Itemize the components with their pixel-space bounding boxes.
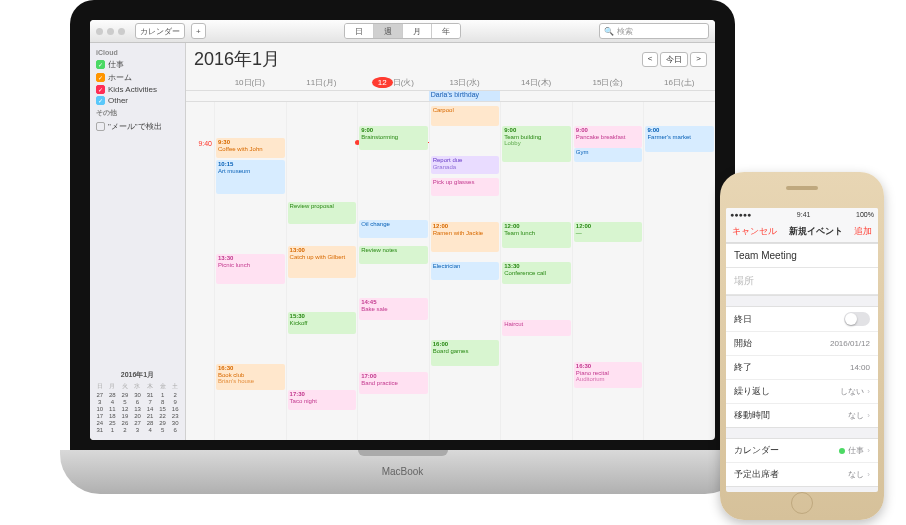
minical-day[interactable]: 31 <box>94 427 106 433</box>
day-column[interactable]: Review proposal13:00Catch up with Gilber… <box>286 102 358 440</box>
search-input[interactable]: 🔍 検索 <box>599 23 709 39</box>
calendar-event[interactable]: 17:30Taco night <box>288 390 357 410</box>
calendar-event[interactable]: Oil change <box>359 220 428 238</box>
allday-event[interactable]: Darla's birthday <box>429 91 501 101</box>
minical-day[interactable]: 2 <box>169 392 181 398</box>
calendar-event[interactable]: 12:00— <box>574 222 643 242</box>
minical-day[interactable]: 19 <box>119 413 131 419</box>
calendar-event[interactable]: 13:30Picnic lunch <box>216 254 285 284</box>
view-segmented-control[interactable]: 日 週 月 年 <box>344 23 461 39</box>
calendar-event[interactable]: 16:00Board games <box>431 340 500 366</box>
row-start[interactable]: 開始 2016/01/12 <box>726 332 878 356</box>
calendar-event[interactable]: Carpool <box>431 106 500 126</box>
nav-prev-button[interactable]: < <box>642 52 659 67</box>
event-title-field[interactable]: Team Meeting <box>726 244 878 268</box>
calendar-event[interactable]: 12:00Team lunch <box>502 222 571 248</box>
calendar-event[interactable]: Electrician <box>431 262 500 280</box>
calendar-event[interactable]: 9:00Pancake breakfast <box>574 126 643 148</box>
calendar-event[interactable]: 10:15Art museum <box>216 160 285 194</box>
minical-day[interactable]: 9 <box>169 399 181 405</box>
calendar-event[interactable]: 15:30Kickoff <box>288 312 357 334</box>
sidebar-item-mail[interactable]: "メール"で検出 <box>90 120 185 133</box>
minical-day[interactable]: 6 <box>132 399 144 405</box>
view-day[interactable]: 日 <box>345 24 374 38</box>
row-calendar[interactable]: カレンダー 仕事› <box>726 439 878 463</box>
minical-day[interactable]: 27 <box>132 420 144 426</box>
add-button[interactable]: + <box>191 23 206 39</box>
minical-day[interactable]: 4 <box>107 399 119 405</box>
minical-day[interactable]: 29 <box>119 392 131 398</box>
day-column[interactable]: 9:00BrainstormingOil changeReview notes1… <box>357 102 429 440</box>
calendar-event[interactable]: 13:00Catch up with Gilbert <box>288 246 357 278</box>
minical-day[interactable]: 1 <box>107 427 119 433</box>
calendar-event[interactable]: Gym <box>574 148 643 162</box>
row-end[interactable]: 終了 14:00 <box>726 356 878 380</box>
minical-day[interactable]: 3 <box>132 427 144 433</box>
minical-day[interactable]: 2 <box>119 427 131 433</box>
mini-calendar[interactable]: 2016年1月 日月火水木金土2728293031123456789101112… <box>90 366 185 437</box>
calendar-event[interactable]: Report dueGranada <box>431 156 500 174</box>
minical-day[interactable]: 5 <box>119 399 131 405</box>
calendar-event[interactable]: Haircut <box>502 320 571 336</box>
calendar-event[interactable]: 17:00Band practice <box>359 372 428 394</box>
day-column[interactable]: CarpoolReport dueGranadaPick up glasses1… <box>429 102 501 440</box>
allday-switch[interactable] <box>844 312 870 326</box>
calendar-event[interactable]: 9:00Brainstorming <box>359 126 428 150</box>
sidebar-calendar-item[interactable]: ✓Other <box>90 95 185 106</box>
minical-day[interactable]: 28 <box>107 392 119 398</box>
minical-day[interactable]: 21 <box>144 413 156 419</box>
day-column[interactable]: 9:30Coffee with John10:15Art museum13:30… <box>214 102 286 440</box>
week-grid[interactable]: 9:409:30Coffee with John10:15Art museum1… <box>186 102 715 440</box>
minical-day[interactable]: 29 <box>157 420 169 426</box>
view-month[interactable]: 月 <box>403 24 432 38</box>
minical-day[interactable]: 18 <box>107 413 119 419</box>
view-week[interactable]: 週 <box>374 24 403 38</box>
sidebar-calendar-item[interactable]: ✓Kids Activities <box>90 84 185 95</box>
minical-day[interactable]: 4 <box>144 427 156 433</box>
minical-day[interactable]: 15 <box>157 406 169 412</box>
add-button[interactable]: 追加 <box>854 225 872 238</box>
minical-day[interactable]: 12 <box>119 406 131 412</box>
calendar-event[interactable]: Review proposal <box>288 202 357 224</box>
minical-day[interactable]: 30 <box>132 392 144 398</box>
calendar-event[interactable]: 14:45Bake sale <box>359 298 428 320</box>
minical-day[interactable]: 27 <box>94 392 106 398</box>
minical-day[interactable]: 16 <box>169 406 181 412</box>
day-column[interactable]: 9:00Farmer's market <box>643 102 715 440</box>
nav-next-button[interactable]: > <box>690 52 707 67</box>
calendar-event[interactable]: 12:00Ramen with Jackie <box>431 222 500 252</box>
minical-day[interactable]: 13 <box>132 406 144 412</box>
minical-day[interactable]: 10 <box>94 406 106 412</box>
minical-day[interactable]: 24 <box>94 420 106 426</box>
minical-day[interactable]: 30 <box>169 420 181 426</box>
calendar-event[interactable]: Review notes <box>359 246 428 264</box>
minical-day[interactable]: 23 <box>169 413 181 419</box>
row-repeat[interactable]: 繰り返し しない› <box>726 380 878 404</box>
calendar-event[interactable]: 9:30Coffee with John <box>216 138 285 158</box>
minical-day[interactable]: 14 <box>144 406 156 412</box>
minical-day[interactable]: 5 <box>157 427 169 433</box>
calendar-event[interactable]: 13:30Conference call <box>502 262 571 284</box>
minical-day[interactable]: 3 <box>94 399 106 405</box>
minical-day[interactable]: 17 <box>94 413 106 419</box>
cancel-button[interactable]: キャンセル <box>732 225 777 238</box>
calendar-event[interactable]: 9:00Team buildingLobby <box>502 126 571 162</box>
minical-day[interactable]: 26 <box>119 420 131 426</box>
calendar-event[interactable]: 9:00Farmer's market <box>645 126 714 152</box>
calendar-event[interactable]: 16:30Piano recitalAuditorium <box>574 362 643 388</box>
minical-day[interactable]: 20 <box>132 413 144 419</box>
sidebar-calendar-item[interactable]: ✓仕事 <box>90 58 185 71</box>
traffic-lights[interactable] <box>96 28 125 35</box>
row-invitees[interactable]: 予定出席者 なし› <box>726 463 878 486</box>
row-allday[interactable]: 終日 <box>726 307 878 332</box>
minical-day[interactable]: 7 <box>144 399 156 405</box>
minical-day[interactable]: 8 <box>157 399 169 405</box>
minical-day[interactable]: 11 <box>107 406 119 412</box>
calendar-event[interactable]: Pick up glasses <box>431 178 500 196</box>
calendar-event[interactable]: 16:30Book clubBrian's house <box>216 364 285 390</box>
nav-today-button[interactable]: 今日 <box>660 52 688 67</box>
row-travel[interactable]: 移動時間 なし› <box>726 404 878 427</box>
minical-day[interactable]: 31 <box>144 392 156 398</box>
sidebar-calendar-item[interactable]: ✓ホーム <box>90 71 185 84</box>
day-column[interactable]: 9:00Pancake breakfastGym12:00—16:30Piano… <box>572 102 644 440</box>
